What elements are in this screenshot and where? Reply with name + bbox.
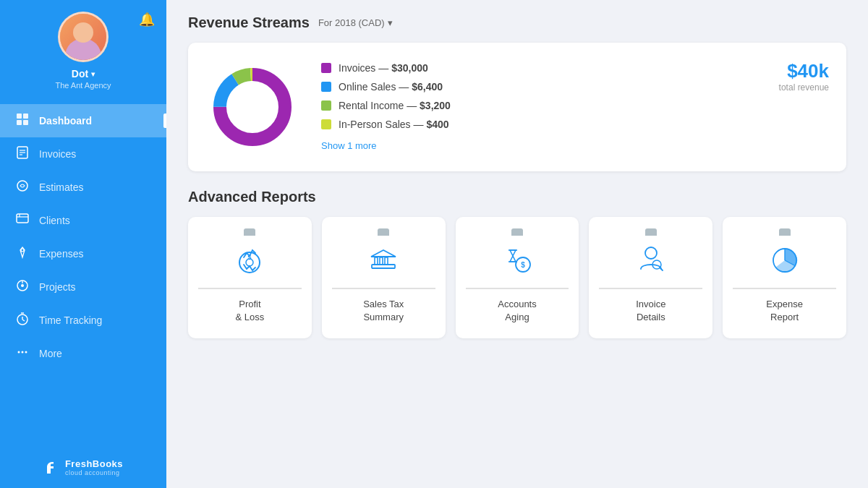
sidebar-item-projects[interactable]: Projects [0, 270, 166, 304]
expenses-icon [14, 245, 30, 262]
svg-rect-1 [23, 114, 28, 119]
svg-line-18 [22, 320, 25, 321]
clients-icon [14, 212, 30, 229]
report-icon-area-invoice [599, 228, 702, 289]
time-tracking-icon [14, 312, 30, 329]
profit-loss-icon: $ [228, 237, 271, 281]
show-more-link[interactable]: Show 1 more [321, 140, 377, 151]
svg-point-14 [21, 284, 24, 287]
svg-point-20 [18, 351, 20, 354]
sidebar-label-projects: Projects [39, 281, 76, 293]
svg-rect-3 [23, 120, 28, 125]
sidebar-item-dashboard[interactable]: Dashboard [0, 104, 166, 137]
year-selector[interactable]: For 2018 (CAD) ▾ [318, 17, 393, 28]
clipboard-clip-icon-2 [378, 228, 389, 236]
svg-point-12 [21, 249, 24, 252]
year-label: For 2018 (CAD) [318, 17, 385, 28]
revenue-header: Revenue Streams For 2018 (CAD) ▾ [188, 14, 846, 31]
sidebar-label-more: More [39, 348, 62, 359]
revenue-details: Invoices — $30,000 Online Sales — $6,400… [321, 62, 829, 152]
report-label-sales-tax: Sales TaxSummary [363, 298, 404, 324]
sidebar-label-dashboard: Dashboard [39, 115, 92, 127]
bell-icon[interactable]: 🔔 [139, 12, 155, 27]
revenue-item-in-person: In-Person Sales — $400 [321, 119, 829, 130]
invoices-dot [321, 63, 331, 73]
svg-point-8 [17, 181, 27, 191]
more-icon [14, 345, 30, 362]
clipboard-clip-icon-5 [779, 228, 791, 236]
accounts-aging-icon: $ [495, 237, 539, 281]
sidebar-label-clients: Clients [39, 215, 70, 226]
rental-dot [321, 100, 331, 111]
main-content: Revenue Streams For 2018 (CAD) ▾ [166, 0, 868, 488]
sidebar-item-more[interactable]: More [0, 337, 166, 370]
revenue-item-invoices: Invoices — $30,000 [321, 62, 829, 74]
sidebar-item-time-tracking[interactable]: Time Tracking [0, 304, 166, 337]
clipboard-clip-icon [244, 228, 255, 236]
svg-rect-32 [380, 257, 383, 265]
clipboard-clip-icon-3 [511, 228, 523, 236]
svg-rect-9 [17, 214, 28, 223]
projects-icon [14, 278, 30, 296]
report-card-accounts-aging[interactable]: $ AccountsAging [456, 217, 579, 338]
reports-section: Advanced Reports $ Profit& L [188, 189, 846, 338]
revenue-title: Revenue Streams [188, 14, 310, 31]
report-icon-area-profit: $ [198, 228, 302, 289]
report-icon-area-tax [332, 228, 435, 289]
report-icon-area-expense [733, 228, 836, 289]
report-card-profit-loss[interactable]: $ Profit& Loss [188, 217, 312, 338]
svg-point-22 [25, 351, 27, 354]
clipboard-clip-icon-4 [645, 228, 657, 236]
svg-point-39 [645, 247, 657, 259]
estimates-icon [14, 179, 30, 196]
svg-point-21 [22, 351, 24, 354]
sidebar-nav: Dashboard Invoices Estimates [0, 104, 166, 447]
invoice-details-icon [629, 237, 673, 281]
report-card-invoice-details[interactable]: InvoiceDetails [589, 217, 712, 338]
user-company: The Ant Agency [55, 81, 111, 90]
svg-rect-33 [385, 257, 388, 265]
report-label-accounts-aging: AccountsAging [498, 298, 536, 324]
report-card-expense-report[interactable]: ExpenseReport [723, 217, 846, 338]
revenue-section: Revenue Streams For 2018 (CAD) ▾ [188, 14, 846, 171]
sidebar-label-estimates: Estimates [39, 181, 83, 193]
invoices-icon [14, 145, 30, 163]
sidebar-item-clients[interactable]: Clients [0, 204, 166, 237]
revenue-item-rental: Rental Income — $3,200 [321, 100, 829, 111]
report-card-sales-tax[interactable]: Sales TaxSummary [322, 217, 446, 338]
revenue-item-online-sales: Online Sales — $6,400 [321, 81, 829, 93]
sidebar-item-expenses[interactable]: Expenses [0, 237, 166, 270]
svg-rect-31 [375, 257, 378, 265]
chevron-down-icon: ▾ [91, 70, 95, 78]
dashboard-icon [14, 112, 30, 129]
sidebar-label-invoices: Invoices [39, 148, 76, 160]
brand-tagline: cloud accounting [65, 469, 123, 476]
online-sales-dot [321, 82, 331, 92]
sidebar: 🔔 Dot ▾ The Ant Agency Dashboard [0, 0, 166, 488]
svg-rect-2 [17, 120, 22, 125]
revenue-card: Invoices — $30,000 Online Sales — $6,400… [188, 43, 846, 171]
sidebar-item-invoices[interactable]: Invoices [0, 137, 166, 171]
report-icon-area-aging: $ [466, 228, 569, 289]
brand-name: FreshBooks [65, 458, 123, 469]
report-label-profit-loss: Profit& Loss [236, 298, 265, 324]
svg-text:$: $ [521, 261, 525, 269]
total-label: total revenue [779, 82, 829, 93]
sidebar-top: 🔔 Dot ▾ The Ant Agency [0, 0, 166, 97]
revenue-donut-chart [205, 60, 299, 154]
reports-grid: $ Profit& Loss [188, 217, 846, 338]
expense-report-icon [763, 237, 807, 281]
year-chevron-icon: ▾ [388, 17, 393, 28]
report-label-expense-report: ExpenseReport [766, 298, 803, 324]
svg-rect-0 [17, 114, 22, 119]
sidebar-item-estimates[interactable]: Estimates [0, 171, 166, 204]
total-revenue: $40k total revenue [779, 60, 829, 93]
avatar[interactable] [58, 12, 109, 62]
main-inner: Revenue Streams For 2018 (CAD) ▾ [166, 0, 868, 488]
in-person-dot [321, 119, 331, 129]
reports-title: Advanced Reports [188, 189, 846, 205]
sales-tax-icon [362, 237, 405, 281]
freshbooks-logo: FreshBooks cloud accounting [32, 447, 135, 488]
sidebar-label-expenses: Expenses [39, 248, 83, 260]
total-amount: $40k [779, 60, 829, 82]
